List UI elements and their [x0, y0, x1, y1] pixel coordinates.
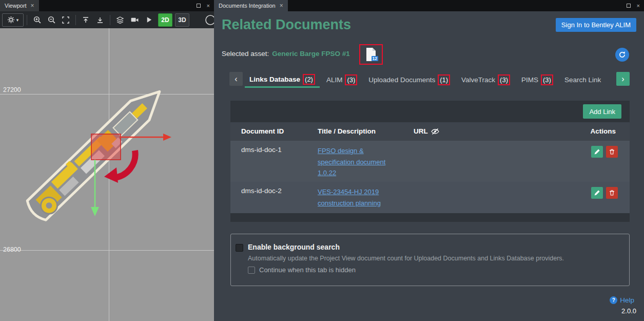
count-annotation: (3)	[541, 74, 553, 85]
close-icon[interactable]: ×	[207, 3, 210, 9]
question-icon: ?	[610, 296, 617, 304]
trash-icon	[609, 190, 615, 196]
enable-background-search-checkbox[interactable]	[236, 244, 243, 252]
tab-alim[interactable]: ALIM (3)	[322, 72, 362, 88]
mode-3d-button[interactable]: 3D	[175, 13, 189, 27]
count-annotation: (2)	[303, 74, 315, 85]
close-icon[interactable]: ×	[31, 2, 34, 9]
toolbar-separator	[75, 15, 76, 25]
page-title: Related Documents	[222, 17, 351, 33]
documents-tabstrip: Documents Integration × ×	[214, 0, 644, 11]
document-links: FPSO design & specification document 1.0…	[318, 145, 385, 179]
align-top-button[interactable]	[79, 13, 92, 27]
fpso-vessel-graphic	[0, 28, 213, 321]
tab-uploaded-documents[interactable]: Uploaded Documents (1)	[364, 72, 455, 88]
tab-documents-integration[interactable]: Documents Integration ×	[214, 0, 288, 11]
document-link[interactable]: specification document	[318, 157, 385, 168]
refresh-icon	[618, 51, 626, 59]
tab-count: (3)	[543, 76, 551, 84]
asset-document-count-annotation: 12	[359, 44, 383, 65]
viewport-toolbar: ▾	[0, 11, 214, 28]
mode-2d-button[interactable]: 2D	[158, 13, 172, 27]
tab-valvetrack[interactable]: ValveTrack (3)	[457, 72, 515, 88]
tab-count: (3)	[500, 76, 508, 84]
chevron-down-icon: ▾	[16, 17, 19, 23]
tab-search-link[interactable]: Search Link	[560, 72, 606, 88]
version-label: 2.0.0	[621, 307, 636, 315]
trash-icon	[609, 148, 615, 155]
layers-button[interactable]	[113, 13, 127, 27]
continue-hidden-label: Continue when this tab is hidden	[259, 266, 356, 274]
scroll-right-button[interactable]: ›	[616, 72, 630, 86]
edit-button[interactable]	[591, 187, 603, 199]
sign-in-button[interactable]: Sign In to Bentley ALIM	[556, 18, 636, 32]
tab-viewport[interactable]: Viewport ×	[0, 0, 39, 11]
arrow-up-to-line-icon	[82, 16, 90, 24]
camera-icon	[130, 15, 139, 24]
provider-tabs: ‹ Links Database (2) ALIM (3) Uploaded D…	[229, 72, 630, 88]
zoom-in-button[interactable]	[30, 13, 44, 27]
tab-label: ALIM	[326, 76, 343, 84]
viewport-map[interactable]: 27200 26800	[0, 28, 214, 321]
tab-count: (3)	[347, 76, 355, 84]
move-y-arrow	[91, 207, 99, 216]
circle-tool-icon[interactable]	[204, 14, 214, 26]
document-link[interactable]: VES-23454-HJ 2019	[318, 186, 381, 198]
play-button[interactable]	[142, 13, 155, 27]
delete-button[interactable]	[606, 146, 618, 158]
enable-background-search-label: Enable background search	[248, 243, 340, 251]
camera-button[interactable]	[128, 13, 141, 27]
zoom-out-button[interactable]	[45, 13, 58, 27]
viewport-tabstrip: Viewport × ×	[0, 0, 214, 11]
edit-button[interactable]	[591, 146, 603, 158]
help-label: Help	[620, 296, 634, 304]
document-link[interactable]: FPSO design &	[318, 145, 385, 157]
close-icon[interactable]: ×	[637, 3, 640, 9]
tab-label: Links Database	[249, 75, 300, 83]
selected-asset-label: Selected asset:	[222, 50, 269, 58]
delete-button[interactable]	[606, 187, 618, 199]
background-search-box: Enable background search Automatically u…	[230, 234, 630, 286]
help-link[interactable]: ? Help	[610, 296, 634, 304]
refresh-button[interactable]	[615, 48, 629, 62]
eye-slash-icon[interactable]	[431, 128, 439, 135]
selection-highlight	[91, 134, 121, 160]
document-link[interactable]: construction planning	[318, 198, 381, 209]
fit-view-button[interactable]	[59, 13, 72, 27]
selected-asset: Selected asset: Generic Barge FPSO #1	[222, 50, 350, 58]
tab-label: Uploaded Documents	[368, 76, 435, 84]
header-url: URL	[414, 122, 439, 141]
maximize-icon[interactable]	[197, 4, 201, 8]
header-url-label: URL	[414, 122, 428, 141]
tab-links-database[interactable]: Links Database (2)	[245, 72, 320, 88]
zoom-in-icon	[33, 15, 42, 24]
align-bottom-button[interactable]	[93, 13, 107, 27]
arrow-down-to-line-icon	[96, 16, 104, 24]
pencil-icon	[594, 148, 600, 155]
settings-gear-button[interactable]: ▾	[2, 13, 24, 27]
pencil-icon	[594, 190, 600, 196]
close-icon[interactable]: ×	[280, 2, 283, 9]
count-annotation: (3)	[498, 74, 510, 85]
play-icon	[145, 16, 153, 24]
continue-hidden-checkbox[interactable]	[248, 267, 255, 274]
tab-viewport-label: Viewport	[5, 3, 27, 9]
document-link[interactable]: 1.0.22	[318, 167, 385, 179]
header-title-description: Title / Description	[318, 122, 376, 141]
document-id: dms-id-doc-2	[241, 187, 282, 195]
table-header: Document ID Title / Description URL Acti…	[230, 122, 630, 141]
zoom-out-icon	[47, 15, 56, 24]
documents-integration-panel: Documents Integration × × Related Docume…	[214, 0, 644, 321]
tab-label: PIMS	[521, 76, 538, 84]
add-link-button[interactable]: Add Link	[583, 104, 621, 119]
table-row: dms-id-doc-1 FPSO design & specification…	[230, 141, 630, 182]
maximize-icon[interactable]	[627, 4, 631, 8]
move-x-arrow	[163, 134, 171, 141]
tab-count: (1)	[440, 76, 448, 84]
header-actions: Actions	[590, 122, 616, 141]
scroll-left-button[interactable]: ‹	[229, 72, 243, 86]
gear-icon	[7, 16, 15, 24]
viewport-panel: Viewport × × ▾	[0, 0, 214, 321]
links-table: Add Link Document ID Title / Description…	[230, 101, 630, 222]
tab-pims[interactable]: PIMS (3)	[517, 72, 558, 88]
